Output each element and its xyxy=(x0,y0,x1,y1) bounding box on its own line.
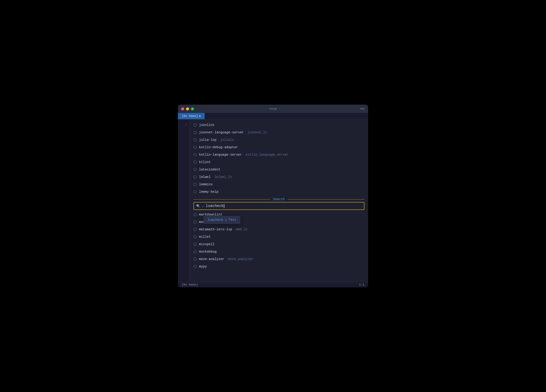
search-input-wrapper[interactable]: 🔍 ⌄ luacheck xyxy=(194,202,364,210)
divider-line-left xyxy=(194,199,270,199)
circle-icon xyxy=(194,190,197,193)
circle-icon xyxy=(194,257,197,261)
circle-icon xyxy=(194,138,197,142)
circle-icon xyxy=(194,213,197,216)
tab-label: [No Name] xyxy=(182,114,198,118)
circle-icon xyxy=(194,220,197,224)
titlebar: nvim ⌥⌘1 xyxy=(178,105,368,113)
item-alias: jsonnet_ls xyxy=(247,129,267,136)
line-numbers: 1 xyxy=(178,119,189,282)
divider-line-right xyxy=(288,199,364,199)
list-item: lemminx xyxy=(190,181,368,188)
tab-arrow-icon: ▶ xyxy=(199,114,201,118)
circle-icon xyxy=(194,235,197,238)
minimize-button[interactable] xyxy=(186,107,189,111)
list-item: millet xyxy=(190,233,368,241)
chevron-down-icon: ⌄ xyxy=(202,204,204,208)
list-item: kotlin-debug-adapter xyxy=(190,144,368,151)
window-shortcut: ⌥⌘1 xyxy=(360,107,365,111)
circle-icon xyxy=(194,123,197,127)
window-title: nvim xyxy=(269,107,276,111)
circle-icon xyxy=(194,250,197,253)
item-name: jsonnet-language-server xyxy=(199,129,244,136)
window: nvim ⌥⌘1 [No Name] ▶ 1 jsonlint jsonnet-… xyxy=(178,105,368,287)
top-list: jsonlint jsonnet-language-server jsonnet… xyxy=(190,121,368,196)
statusbar-position: 1:1 xyxy=(359,283,364,287)
circle-icon xyxy=(194,161,197,164)
circle-icon xyxy=(194,243,197,246)
search-input[interactable]: luacheck xyxy=(206,204,362,208)
list-item: lelwel lelwel_ls xyxy=(190,173,368,181)
search-value: luacheck xyxy=(206,204,224,208)
list-item: kotlin-language-server kotlin_language_s… xyxy=(190,151,368,158)
circle-icon xyxy=(194,131,197,134)
search-section: Search 🔍 ⌄ luacheck luacheck ⌶ Text xyxy=(190,196,368,210)
list-item: julia-lsp julials xyxy=(190,136,368,144)
autocomplete-item-name: luacheck xyxy=(208,218,223,222)
circle-icon xyxy=(194,168,197,171)
item-alias: julials xyxy=(220,137,234,143)
item-alias: move_analyzer xyxy=(228,256,253,262)
list-item: metamath-zero-lsp mm0_ls xyxy=(190,226,368,233)
maximize-button[interactable] xyxy=(191,107,194,111)
list-item: latexindent xyxy=(190,166,368,173)
item-alias: kotlin_language_server xyxy=(246,151,289,158)
circle-icon xyxy=(194,228,197,231)
item-name: ktlint xyxy=(199,159,211,165)
item-name: mockdebug xyxy=(199,248,217,255)
item-alias: lelwel_ls xyxy=(214,174,232,180)
item-name: metamath-zero-lsp xyxy=(199,226,232,233)
item-name: jsonlint xyxy=(199,122,214,128)
circle-icon xyxy=(194,183,197,186)
tab-no-name[interactable]: [No Name] ▶ xyxy=(178,113,205,119)
item-name: mypy xyxy=(199,263,207,270)
item-name: kotlin-language-server xyxy=(199,151,242,158)
type-icon: ⌶ xyxy=(225,218,227,222)
item-name: lemminx xyxy=(199,181,213,188)
search-label: Search xyxy=(270,197,287,201)
circle-icon xyxy=(194,265,197,268)
cursor xyxy=(224,204,224,208)
item-name: kotlin-debug-adapter xyxy=(199,144,238,150)
search-divider: Search xyxy=(190,196,368,202)
tab-bar: [No Name] ▶ xyxy=(178,113,368,119)
item-name: lemmy-help xyxy=(199,189,219,195)
item-name: millet xyxy=(199,234,211,240)
autocomplete-dropdown[interactable]: luacheck ⌶ Text xyxy=(204,216,240,224)
item-name: misspell xyxy=(199,241,214,248)
type-label: Text xyxy=(228,218,236,222)
editor-content: jsonlint jsonnet-language-server jsonnet… xyxy=(189,119,368,282)
item-name: move-analyzer xyxy=(199,256,224,262)
list-item: jsonnet-language-server jsonnet_ls xyxy=(190,129,368,136)
search-icon: 🔍 xyxy=(196,204,200,208)
item-name: julia-lsp xyxy=(199,137,217,143)
list-item: lemmy-help xyxy=(190,188,368,196)
circle-icon xyxy=(194,175,197,179)
item-name: lelwel xyxy=(199,174,211,180)
circle-icon xyxy=(194,153,197,156)
list-item: jsonlint xyxy=(190,121,368,129)
statusbar-filename: [No Name] xyxy=(182,283,198,287)
autocomplete-item[interactable]: luacheck ⌶ Text xyxy=(204,216,240,224)
circle-icon xyxy=(194,146,197,149)
close-button[interactable] xyxy=(181,107,184,111)
list-item: misspell xyxy=(190,241,368,248)
list-item: mockdebug xyxy=(190,248,368,255)
traffic-lights xyxy=(181,107,194,111)
editor-area: 1 jsonlint jsonnet-language-server jsonn… xyxy=(178,119,368,282)
list-item: mypy xyxy=(190,263,368,270)
list-item: move-analyzer move_analyzer xyxy=(190,255,368,263)
list-item: ktlint xyxy=(190,158,368,166)
item-name: latexindent xyxy=(199,166,220,173)
statusbar: [No Name] 1:1 xyxy=(178,282,368,287)
item-alias: mm0_ls xyxy=(236,226,247,233)
line-number: 1 xyxy=(180,121,187,128)
